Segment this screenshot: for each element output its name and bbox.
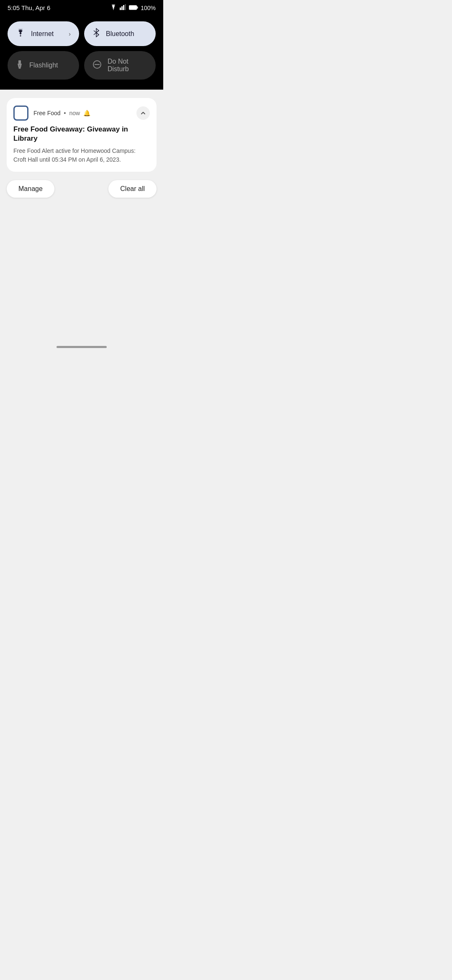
home-bar: [56, 346, 107, 348]
battery-icon: [129, 5, 138, 11]
app-name: Free Food: [33, 110, 61, 116]
quick-settings-panel: Internet › Bluetooth Flashlight: [0, 15, 163, 90]
signal-icon: [120, 4, 126, 11]
notification-body: Free Food Alert active for Homewood Camp…: [13, 147, 150, 164]
app-info: Free Food • now 🔔: [13, 106, 90, 121]
svg-rect-3: [125, 4, 126, 10]
battery-percent: 100%: [141, 5, 156, 11]
internet-label: Internet: [31, 30, 63, 38]
app-icon: [13, 106, 28, 121]
svg-rect-2: [123, 5, 124, 10]
internet-tile[interactable]: Internet ›: [8, 21, 79, 46]
status-time: 5:05 Thu, Apr 6: [8, 4, 50, 11]
flashlight-label: Flashlight: [29, 62, 71, 69]
wifi-qs-icon: [16, 29, 25, 39]
flashlight-tile[interactable]: Flashlight: [8, 51, 79, 80]
svg-rect-5: [137, 6, 138, 8]
flashlight-qs-icon: [16, 60, 23, 71]
notification-title: Free Food Giveaway: Giveaway in Library: [13, 125, 150, 143]
notification-actions: Manage Clear all: [7, 180, 157, 198]
internet-arrow: ›: [69, 31, 71, 37]
expand-button[interactable]: [136, 106, 150, 120]
status-icons: 100%: [110, 4, 156, 11]
notification-header: Free Food • now 🔔: [13, 106, 150, 121]
home-indicator: [0, 341, 163, 351]
svg-rect-0: [120, 8, 121, 10]
dnd-label: Do Not Disturb: [108, 58, 147, 73]
notification-time: now: [69, 110, 80, 116]
manage-button[interactable]: Manage: [7, 180, 54, 198]
svg-rect-1: [121, 6, 123, 10]
status-bar: 5:05 Thu, Apr 6: [0, 0, 163, 15]
notification-card: Free Food • now 🔔 Free Food Giveaway: Gi…: [7, 98, 157, 172]
dnd-qs-icon: [92, 60, 102, 71]
dot-separator: •: [64, 110, 66, 116]
bluetooth-tile[interactable]: Bluetooth: [84, 21, 156, 46]
bell-icon: 🔔: [83, 110, 90, 116]
svg-rect-9: [18, 60, 21, 64]
bluetooth-label: Bluetooth: [106, 30, 147, 38]
svg-point-6: [20, 35, 21, 36]
bluetooth-qs-icon: [92, 28, 100, 39]
notification-area: Free Food • now 🔔 Free Food Giveaway: Gi…: [0, 90, 163, 341]
app-meta: Free Food • now 🔔: [33, 110, 90, 116]
svg-rect-4: [129, 5, 137, 10]
svg-rect-11: [19, 67, 21, 69]
dnd-tile[interactable]: Do Not Disturb: [84, 51, 156, 80]
wifi-icon: [110, 4, 117, 11]
clear-all-button[interactable]: Clear all: [108, 180, 157, 198]
